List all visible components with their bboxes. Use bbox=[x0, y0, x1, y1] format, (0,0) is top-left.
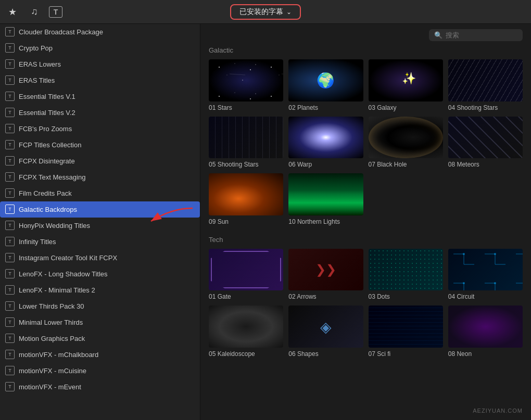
sidebar-item-icon-19: T bbox=[5, 334, 15, 343]
sidebar-item-icon-18: T bbox=[5, 317, 15, 327]
installed-titles-dropdown[interactable]: 已安装的字幕 ⌄ bbox=[230, 4, 301, 20]
grid-thumb-0-9 bbox=[288, 173, 363, 215]
grid-label-1-6: 07 Sci fi bbox=[369, 350, 443, 358]
sidebar-item-8[interactable]: T FCPX Disintegrate bbox=[0, 153, 200, 169]
grid-label-0-8: 09 Sun bbox=[209, 218, 283, 225]
sidebar-item-label-2: ERAS Lowers bbox=[19, 60, 61, 68]
sidebar-item-label-19: Motion Graphics Pack bbox=[19, 335, 85, 342]
grid-item-1-3[interactable]: 04 Circuit bbox=[448, 249, 523, 301]
grid-item-0-3[interactable]: 04 Shooting Stars bbox=[448, 59, 523, 111]
sidebar-item-16[interactable]: T LenoFX - Minimal Titles 2 bbox=[0, 282, 200, 298]
grid-item-1-7[interactable]: 08 Neon bbox=[448, 306, 523, 358]
sidebar-item-label-5: Essential Titles V.2 bbox=[19, 109, 75, 117]
sidebar-item-20[interactable]: T motionVFX - mChalkboard bbox=[0, 347, 200, 363]
grid-item-1-0[interactable]: 01 Gate bbox=[209, 249, 283, 301]
sidebar-item-1[interactable]: T Crypto Pop bbox=[0, 40, 200, 56]
sidebar-item-icon-9: T bbox=[5, 172, 15, 182]
search-bar: 🔍 bbox=[209, 29, 523, 41]
grid-thumb-1-1 bbox=[288, 249, 363, 291]
sidebar-item-12[interactable]: T HonyPix Wedding Titles bbox=[0, 218, 200, 234]
sidebar-item-label-10: Film Credits Pack bbox=[19, 189, 72, 197]
grid-thumb-1-5 bbox=[288, 306, 363, 348]
search-input[interactable] bbox=[446, 31, 517, 39]
grid-item-0-6[interactable]: 07 Black Hole bbox=[369, 117, 443, 169]
sidebar-item-10[interactable]: T Film Credits Pack bbox=[0, 185, 200, 201]
grid-label-0-1: 02 Planets bbox=[288, 104, 363, 111]
sidebar-item-2[interactable]: T ERAS Lowers bbox=[0, 56, 200, 72]
text-icon[interactable]: T bbox=[49, 6, 62, 18]
grid-item-0-7[interactable]: 08 Meteors bbox=[448, 117, 523, 169]
sidebar-item-0[interactable]: T Clouder Broadcast Package bbox=[0, 24, 200, 40]
sidebar-item-17[interactable]: T Lower Thirds Pack 30 bbox=[0, 298, 200, 314]
grid-thumb-0-0 bbox=[209, 59, 283, 101]
search-icon: 🔍 bbox=[434, 31, 443, 39]
sidebar-item-21[interactable]: T motionVFX - mCuisine bbox=[0, 363, 200, 379]
sidebar-item-11[interactable]: T Galactic Backdrops bbox=[0, 201, 200, 218]
sidebar-item-13[interactable]: T Infinity Titles bbox=[0, 234, 200, 250]
grid-label-1-2: 03 Dots bbox=[369, 293, 443, 300]
grid-label-1-0: 01 Gate bbox=[209, 293, 283, 300]
sidebar-item-icon-17: T bbox=[5, 301, 15, 311]
sidebar-item-19[interactable]: T Motion Graphics Pack bbox=[0, 330, 200, 347]
grid-label-1-7: 08 Neon bbox=[448, 350, 523, 358]
sidebar-item-label-18: Minimal Lower Thirds bbox=[19, 319, 83, 326]
sidebar-item-icon-3: T bbox=[5, 75, 15, 85]
section-grid-1: 01 Gate02 Arrows03 Dots04 Circuit05 Kale… bbox=[209, 249, 523, 358]
grid-thumb-0-7 bbox=[448, 117, 523, 159]
grid-item-0-2[interactable]: 03 Galaxy bbox=[369, 59, 443, 111]
installed-titles-label: 已安装的字幕 bbox=[239, 7, 283, 17]
sidebar-item-icon-21: T bbox=[5, 366, 15, 375]
grid-label-0-5: 06 Warp bbox=[288, 161, 363, 168]
grid-label-0-6: 07 Black Hole bbox=[369, 161, 443, 168]
grid-item-1-2[interactable]: 03 Dots bbox=[369, 249, 443, 301]
grid-item-0-9[interactable]: 10 Northern Lights bbox=[288, 173, 363, 225]
sections-container: Galactic01 Stars02 Planets03 Galaxy04 Sh… bbox=[209, 46, 523, 358]
sidebar-item-icon-7: T bbox=[5, 140, 15, 149]
sidebar-item-icon-6: T bbox=[5, 124, 15, 133]
sidebar-item-label-3: ERAS Titles bbox=[19, 77, 55, 84]
grid-label-0-4: 05 Shooting Stars bbox=[209, 161, 283, 168]
grid-item-0-0[interactable]: 01 Stars bbox=[209, 59, 283, 111]
sidebar-item-label-11: Galactic Backdrops bbox=[19, 206, 77, 213]
star-icon[interactable]: ★ bbox=[5, 5, 20, 19]
sidebar-item-label-0: Clouder Broadcast Package bbox=[19, 28, 103, 36]
sidebar-item-22[interactable]: T motionVFX - mEvent bbox=[0, 379, 200, 395]
sidebar-item-icon-20: T bbox=[5, 350, 15, 359]
sidebar-item-9[interactable]: T FCPX Text Messaging bbox=[0, 169, 200, 185]
grid-item-1-5[interactable]: 06 Shapes bbox=[288, 306, 363, 358]
chevron-down-icon: ⌄ bbox=[286, 8, 292, 16]
grid-label-0-0: 01 Stars bbox=[209, 104, 283, 111]
sidebar-item-label-4: Essential Titles V.1 bbox=[19, 93, 75, 100]
sidebar-item-icon-14: T bbox=[5, 253, 15, 262]
sidebar-item-icon-13: T bbox=[5, 237, 15, 246]
grid-thumb-1-2 bbox=[369, 249, 443, 291]
sidebar-item-icon-0: T bbox=[5, 27, 15, 36]
sidebar-item-6[interactable]: T FCB's Pro Zooms bbox=[0, 121, 200, 137]
sidebar-item-5[interactable]: T Essential Titles V.2 bbox=[0, 105, 200, 121]
grid-thumb-0-5 bbox=[288, 117, 363, 159]
grid-item-1-6[interactable]: 07 Sci fi bbox=[369, 306, 443, 358]
search-input-wrap[interactable]: 🔍 bbox=[429, 29, 523, 41]
music-icon[interactable]: ♫ bbox=[27, 5, 42, 19]
grid-label-1-5: 06 Shapes bbox=[288, 350, 363, 358]
grid-item-0-8[interactable]: 09 Sun bbox=[209, 173, 283, 225]
sidebar-item-15[interactable]: T LenoFX - Long Shadow Titles bbox=[0, 266, 200, 282]
grid-item-0-5[interactable]: 06 Warp bbox=[288, 117, 363, 169]
grid-item-0-1[interactable]: 02 Planets bbox=[288, 59, 363, 111]
grid-thumb-0-4 bbox=[209, 117, 283, 159]
sidebar-item-3[interactable]: T ERAS Titles bbox=[0, 72, 200, 88]
grid-item-1-1[interactable]: 02 Arrows bbox=[288, 249, 363, 301]
sidebar-item-icon-1: T bbox=[5, 43, 15, 53]
grid-thumb-0-2 bbox=[369, 59, 443, 101]
sidebar-item-4[interactable]: T Essential Titles V.1 bbox=[0, 88, 200, 105]
grid-thumb-1-3 bbox=[448, 249, 523, 291]
sidebar-item-icon-4: T bbox=[5, 92, 15, 101]
section-grid-0: 01 Stars02 Planets03 Galaxy04 Shooting S… bbox=[209, 59, 523, 225]
grid-item-1-4[interactable]: 05 Kaleidoscope bbox=[209, 306, 283, 358]
sidebar-scroll[interactable]: T Clouder Broadcast Package T Crypto Pop… bbox=[0, 24, 200, 420]
sidebar-item-14[interactable]: T Instagram Creator Tool Kit FCPX bbox=[0, 250, 200, 266]
sidebar-item-icon-11: T bbox=[5, 205, 15, 214]
sidebar-item-18[interactable]: T Minimal Lower Thirds bbox=[0, 314, 200, 330]
grid-item-0-4[interactable]: 05 Shooting Stars bbox=[209, 117, 283, 169]
sidebar-item-7[interactable]: T FCP Titles Collection bbox=[0, 137, 200, 153]
